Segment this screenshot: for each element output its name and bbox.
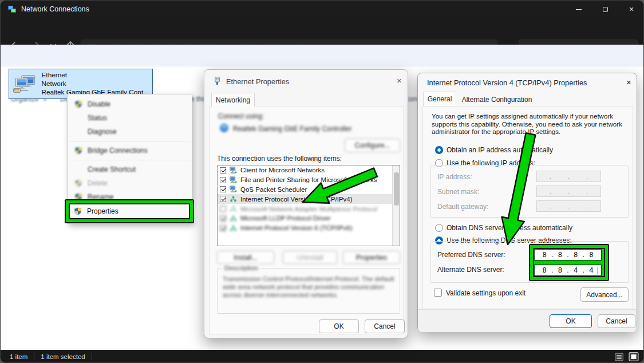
command-bar: Organize Disable this network device Dia… — [1, 45, 644, 66]
network-client-icon — [230, 186, 237, 193]
list-item-ipv6[interactable]: Internet Protocol Version 6 (TCP/IPv6) — [218, 223, 400, 233]
subnet-mask-label: Subnet mask: — [437, 188, 479, 196]
preferred-dns-label: Preferred DNS server: — [437, 251, 505, 259]
radio-obtain-ip-label: Obtain an IP address automatically — [447, 146, 553, 154]
status-divider — [92, 353, 92, 360]
menu-separator — [69, 141, 191, 141]
uac-shield-icon — [74, 193, 82, 201]
connection-name: Ethernet — [41, 71, 149, 80]
radio-obtain-dns[interactable] — [435, 224, 443, 232]
checkbox-checked[interactable] — [220, 186, 226, 192]
network-client-icon — [230, 167, 237, 174]
checkbox-checked[interactable] — [220, 167, 226, 173]
status-bar: 1 item 1 item selected — [1, 350, 644, 363]
ip-address-label: IP address: — [437, 173, 472, 181]
properties-button[interactable]: Properties — [343, 251, 400, 264]
title-bar: Network Connections × — [1, 1, 644, 18]
description-group: Description Transmission Control Protoco… — [217, 268, 400, 314]
items-count: 1 item — [10, 353, 27, 360]
app-icon — [7, 5, 17, 14]
close-icon: × — [629, 5, 634, 13]
protocol-icon — [230, 195, 237, 203]
dialog-title: Internet Protocol Version 4 (TCP/IPv4) P… — [427, 78, 587, 87]
description-text: Transmission Control Protocol/Internet P… — [223, 275, 394, 299]
uac-shield-icon — [74, 179, 82, 187]
list-item-client-ms-networks[interactable]: Client for Microsoft Networks — [218, 165, 400, 175]
cancel-button[interactable]: Cancel — [365, 319, 405, 333]
menu-item-delete[interactable]: Delete — [68, 176, 192, 190]
uac-shield-icon — [74, 147, 82, 155]
uninstall-button[interactable]: Uninstall — [283, 251, 337, 264]
ip-address-field: . . . — [536, 171, 601, 182]
menu-item-diagnose[interactable]: Diagnose — [68, 125, 192, 139]
protocol-icon — [230, 205, 237, 212]
validate-settings-label: Validate settings upon exit — [446, 289, 526, 297]
details-view-icon[interactable] — [614, 352, 624, 362]
ok-button[interactable]: OK — [550, 314, 592, 328]
scrollbar-thumb[interactable] — [394, 172, 399, 206]
checkbox-checked[interactable] — [220, 196, 226, 202]
list-item-ipv4[interactable]: Internet Protocol Version 4 (TCP/IPv4) — [218, 194, 400, 204]
window-title: Network Connections — [21, 5, 89, 13]
tab-networking[interactable]: Networking — [211, 93, 255, 106]
close-icon[interactable]: × — [626, 77, 631, 87]
alternate-dns-label: Alternate DNS server: — [437, 266, 504, 274]
minimize-icon — [576, 9, 582, 10]
network-connections-window: Network Connections × › Control Panel › … — [0, 0, 644, 363]
list-scrollbar[interactable] — [392, 165, 400, 246]
menu-item-properties[interactable]: Properties — [67, 203, 192, 219]
ipv4-properties-dialog: Internet Protocol Version 4 (TCP/IPv4) P… — [417, 73, 637, 332]
checkbox-checked[interactable] — [220, 177, 226, 183]
close-button[interactable]: × — [618, 1, 644, 18]
tab-alternate-configuration[interactable]: Alternate Configuration — [458, 93, 536, 106]
connection-items-list: Client for Microsoft Networks File and P… — [217, 165, 400, 246]
validate-settings-checkbox[interactable] — [434, 289, 442, 297]
adapter-name: Realtek Gaming GbE Family Controller — [233, 125, 351, 133]
adapter-icon — [219, 123, 229, 133]
menu-item-create-shortcut[interactable]: Create Shortcut — [68, 163, 192, 176]
selected-count: 1 item selected — [41, 353, 85, 360]
large-icons-view-icon[interactable] — [629, 352, 639, 362]
minimize-button[interactable] — [566, 1, 592, 18]
ok-button[interactable]: OK — [319, 319, 359, 333]
network-client-icon — [230, 176, 237, 184]
list-item-multiplexor[interactable]: Microsoft Network Adapter Multiplexor Pr… — [218, 204, 400, 214]
uac-shield-icon — [74, 207, 82, 215]
protocol-icon — [230, 215, 237, 222]
ipv4-intro-text: You can get IP settings assigned automat… — [432, 112, 633, 136]
menu-item-bridge-connections[interactable]: Bridge Connections — [68, 144, 192, 157]
list-item-qos-scheduler[interactable]: QoS Packet Scheduler — [218, 185, 400, 195]
address-bar: › Control Panel › Network and Internet ›… — [1, 18, 644, 45]
advanced-button[interactable]: Advanced... — [580, 287, 629, 302]
close-icon[interactable]: × — [397, 76, 402, 85]
maximize-icon — [603, 7, 608, 12]
ethernet-adapter-icon — [13, 72, 37, 97]
radio-obtain-dns-label: Obtain DNS server address automatically — [447, 224, 572, 232]
default-gateway-field: . . . — [536, 200, 601, 212]
subnet-mask-field: . . . — [536, 186, 601, 197]
dialog-title: Ethernet Properties — [226, 77, 289, 86]
status-divider — [34, 353, 34, 360]
menu-item-rename[interactable]: Rename — [68, 190, 192, 204]
description-label: Description — [222, 264, 260, 272]
default-gateway-label: Default gateway: — [437, 203, 488, 211]
checkbox-checked[interactable] — [220, 215, 226, 222]
menu-item-status[interactable]: Status — [68, 111, 192, 125]
menu-item-disable[interactable]: Disable — [68, 97, 192, 111]
checkbox-checked[interactable] — [220, 225, 226, 231]
cancel-button[interactable]: Cancel — [598, 314, 635, 328]
ethernet-plug-icon — [212, 76, 222, 86]
list-item-file-printer-sharing[interactable]: File and Printer Sharing for Microsoft N… — [218, 175, 400, 185]
connection-status: Network — [41, 80, 149, 88]
tab-general[interactable]: General — [423, 92, 456, 106]
uac-shield-icon — [74, 100, 82, 108]
connection-items-label: This connection uses the following items… — [217, 155, 342, 163]
checkbox-unchecked[interactable] — [220, 206, 226, 212]
list-item-lldp[interactable]: Microsoft LLDP Protocol Driver — [218, 214, 400, 223]
radio-obtain-ip[interactable] — [435, 146, 443, 154]
install-button[interactable]: Install... — [217, 251, 274, 264]
configure-button[interactable]: Configure... — [345, 139, 400, 152]
maximize-button[interactable] — [592, 1, 618, 18]
menu-separator — [69, 160, 191, 160]
protocol-icon — [230, 224, 237, 232]
